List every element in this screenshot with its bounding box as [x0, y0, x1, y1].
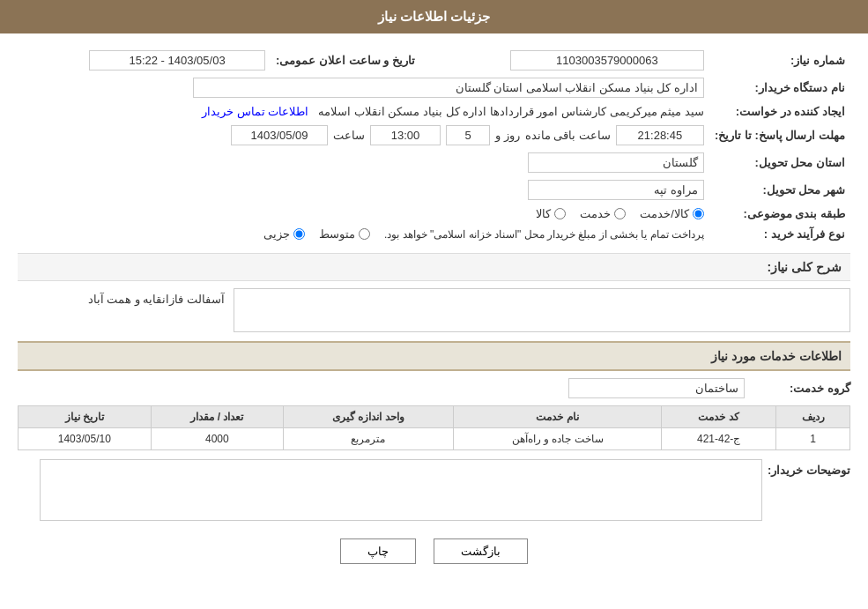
expire-remaining-label: ساعت باقی مانده [525, 129, 611, 142]
process-note: پرداخت تمام یا بخشی از مبلغ خریدار محل "… [384, 228, 704, 241]
process-label-jozii: جزیی [263, 227, 290, 241]
creator-value: سید میثم میرکریمی کارشناس امور قراردادها… [318, 105, 704, 118]
description-section-header: شرح کلی نیاز: [18, 253, 850, 281]
process-row: پرداخت تمام یا بخشی از مبلغ خریدار محل "… [23, 227, 704, 241]
buttons-row: بازگشت چاپ [18, 538, 850, 564]
col-header-row: ردیف [776, 406, 850, 428]
category-option-khedmat[interactable]: خدمت [580, 207, 626, 220]
cell-need-date: 1403/05/10 [19, 428, 152, 450]
category-label: طبقه بندی موضوعی: [709, 204, 850, 224]
services-section-header: اطلاعات خدمات مورد نیاز [18, 341, 850, 371]
process-radio-motavaset[interactable] [359, 228, 370, 240]
buyer-note-label: توضیحات خریدار: [762, 459, 850, 477]
cell-service-code: ج-42-421 [662, 428, 776, 450]
buyer-note-textarea[interactable] [40, 459, 762, 521]
col-header-name: نام خدمت [453, 406, 661, 428]
expire-days-label: روز و [495, 129, 520, 142]
cell-quantity: 4000 [151, 428, 283, 450]
page-title: جزئیات اطلاعات نیاز [378, 9, 490, 24]
process-radio-jozii[interactable] [293, 228, 305, 240]
category-radio-khedmat[interactable] [614, 208, 626, 219]
province-value: گلستان [528, 152, 704, 173]
table-row: 1 ج-42-421 ساخت جاده و راه‌آهن مترمربع 4… [19, 428, 850, 450]
category-label-kala: کالا [536, 207, 551, 220]
services-table: ردیف کد خدمت نام خدمت واحد اندازه گیری ت… [18, 405, 850, 450]
city-value: مراوه تپه [528, 180, 704, 200]
description-textarea[interactable] [234, 288, 850, 332]
category-radio-group: کالا/خدمت خدمت کالا [23, 207, 704, 220]
description-title: شرح کلی نیاز: [768, 260, 842, 274]
group-row: گروه خدمت: ساختمان [18, 378, 850, 398]
expire-days: 5 [446, 125, 490, 145]
cell-row-num: 1 [776, 428, 850, 450]
category-option-kala[interactable]: کالا [536, 207, 566, 220]
process-option-jozii[interactable]: جزیی [263, 227, 305, 241]
description-area: آسفالت فازانقایه و همت آباد [18, 288, 850, 332]
need-number-label: شماره نیاز: [709, 47, 850, 74]
announce-date-value: 1403/05/03 - 15:22 [89, 50, 265, 71]
process-option-motavaset[interactable]: متوسط [319, 227, 370, 241]
group-value: ساختمان [568, 378, 745, 398]
col-header-quantity: تعداد / مقدار [151, 406, 283, 428]
category-label-khedmat: خدمت [580, 207, 611, 220]
need-number-value: 1103003579000063 [510, 50, 704, 71]
expire-time-label: ساعت [333, 129, 365, 142]
category-option-kala-khedmat[interactable]: کالا/خدمت [640, 207, 704, 220]
city-label: شهر محل تحویل: [709, 176, 850, 204]
cell-unit: مترمربع [284, 428, 454, 450]
col-header-unit: واحد اندازه گیری [284, 406, 454, 428]
group-label: گروه خدمت: [745, 382, 850, 395]
category-radio-kala[interactable] [554, 208, 566, 219]
announce-date-label: تاریخ و ساعت اعلان عمومی: [271, 47, 433, 74]
buyer-note-section: توضیحات خریدار: [18, 459, 850, 521]
col-header-date: تاریخ نیاز [19, 406, 152, 428]
buyer-org-label: نام دستگاه خریدار: [709, 74, 850, 101]
expire-remaining: 21:28:45 [616, 125, 704, 145]
process-label-motavaset: متوسط [319, 227, 355, 241]
contact-link[interactable]: اطلاعات تماس خریدار [202, 105, 308, 118]
col-header-code: کد خدمت [662, 406, 776, 428]
back-button[interactable]: بازگشت [434, 538, 528, 564]
expire-time: 13:00 [370, 125, 441, 145]
process-label: نوع فرآیند خرید : [709, 224, 850, 244]
info-table: شماره نیاز: 1103003579000063 تاریخ و ساع… [18, 47, 850, 244]
services-title: اطلاعات خدمات مورد نیاز [711, 349, 842, 363]
category-label-kala-khedmat: کالا/خدمت [640, 207, 689, 220]
buyer-org-value: اداره کل بنیاد مسکن انقلاب اسلامی استان … [193, 78, 704, 98]
category-radio-kala-khedmat[interactable] [693, 208, 704, 219]
expire-date: 1403/05/09 [231, 125, 328, 145]
expire-label: مهلت ارسال پاسخ: تا تاریخ: [709, 122, 850, 149]
print-button[interactable]: چاپ [340, 538, 416, 564]
cell-service-name: ساخت جاده و راه‌آهن [453, 428, 661, 450]
description-value: آسفالت فازانقایه و همت آباد [88, 288, 234, 306]
page-header: جزئیات اطلاعات نیاز [0, 0, 868, 33]
province-label: استان محل تحویل: [709, 149, 850, 176]
creator-label: ایجاد کننده در خواست: [709, 101, 850, 122]
